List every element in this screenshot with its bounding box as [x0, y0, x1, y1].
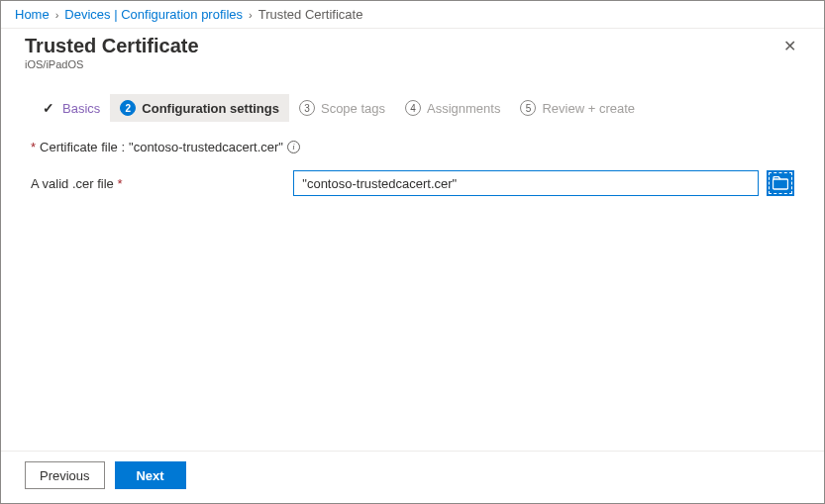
check-icon: ✓	[41, 100, 56, 116]
page-title: Trusted Certificate	[25, 35, 199, 57]
breadcrumb: Home › Devices | Configuration profiles …	[1, 1, 824, 29]
step-label: Scope tags	[321, 101, 385, 116]
form-content: * Certificate file : "contoso-trustedcac…	[1, 132, 824, 451]
close-icon[interactable]: ✕	[779, 35, 800, 58]
step-review-create[interactable]: 5 Review + create	[510, 94, 645, 122]
required-marker: *	[117, 176, 122, 191]
valid-cer-file-input[interactable]	[293, 170, 759, 196]
folder-icon	[773, 176, 788, 190]
wizard-steps: ✓ Basics 2 Configuration settings 3 Scop…	[1, 72, 824, 132]
title-block: Trusted Certificate iOS/iPadOS	[25, 35, 199, 70]
certificate-file-heading: * Certificate file : "contoso-trustedcac…	[31, 140, 794, 154]
step-label: Configuration settings	[142, 101, 279, 116]
breadcrumb-current: Trusted Certificate	[258, 7, 363, 22]
step-label: Review + create	[542, 101, 635, 116]
cert-file-name: "contoso-trustedcacert.cer"	[129, 140, 283, 154]
info-icon[interactable]: i	[287, 141, 300, 153]
step-assignments[interactable]: 4 Assignments	[395, 94, 510, 122]
required-marker: *	[31, 140, 36, 154]
step-scope-tags[interactable]: 3 Scope tags	[289, 94, 395, 122]
step-number-badge: 3	[299, 100, 315, 116]
wizard-footer: Previous Next	[1, 451, 824, 503]
step-number-badge: 4	[405, 100, 421, 116]
window-frame: Home › Devices | Configuration profiles …	[0, 0, 825, 504]
chevron-right-icon: ›	[55, 9, 59, 21]
page-subtitle: iOS/iPadOS	[25, 58, 199, 70]
previous-button[interactable]: Previous	[25, 461, 105, 489]
step-label: Assignments	[427, 101, 500, 116]
next-button[interactable]: Next	[115, 461, 186, 489]
step-basics[interactable]: ✓ Basics	[31, 94, 110, 122]
chevron-right-icon: ›	[249, 9, 253, 21]
page-header: Trusted Certificate iOS/iPadOS ✕	[1, 29, 824, 72]
step-label: Basics	[62, 101, 100, 116]
breadcrumb-home[interactable]: Home	[15, 7, 50, 22]
step-number-badge: 2	[120, 100, 136, 116]
svg-rect-0	[773, 179, 788, 189]
valid-cer-file-label: A valid .cer file *	[31, 176, 285, 191]
step-number-badge: 5	[520, 100, 536, 116]
valid-cer-file-row: A valid .cer file *	[31, 170, 794, 196]
step-configuration-settings[interactable]: 2 Configuration settings	[110, 94, 289, 122]
cert-file-label-prefix: Certificate file :	[40, 140, 125, 154]
browse-file-button[interactable]	[767, 170, 794, 196]
breadcrumb-devices-config[interactable]: Devices | Configuration profiles	[64, 7, 243, 22]
